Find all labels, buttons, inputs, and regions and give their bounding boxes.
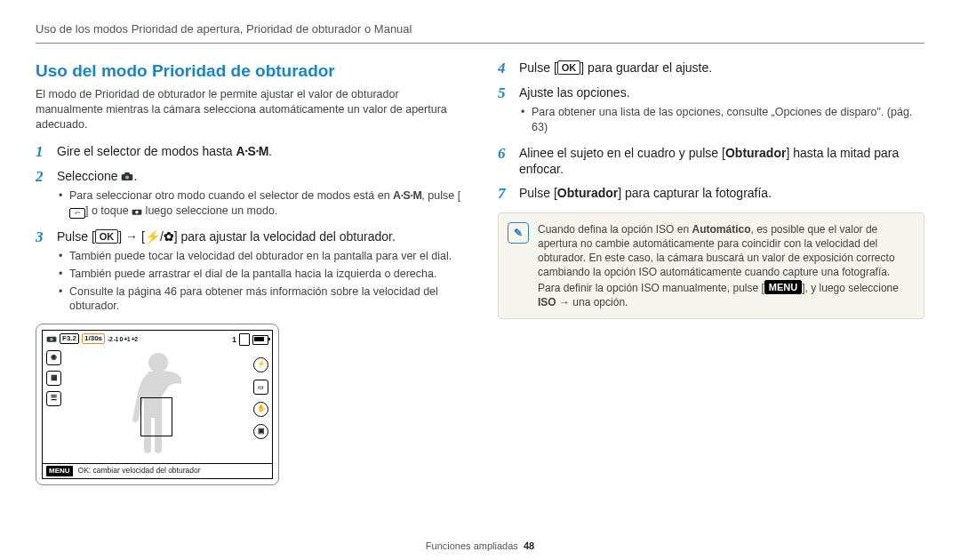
page-header: Uso de los modos Prioridad de apertura, … [36,21,924,37]
lcd-preview: F3.2 1/30s -2 -1 0 +1 +2 1 ◉ ▦ ☰ [36,324,279,485]
step-3: 3 Pulse [OK] → [⚡/✿] para ajustar la vel… [36,228,462,316]
page-footer: Funciones ampliadas 48 [0,540,960,553]
section-title: Uso del modo Prioridad de obturador [36,60,462,83]
step-number: 2 [36,168,48,221]
step-2: 2 Seleccione . Para seleccionar otro mod… [36,168,462,221]
step-3-sub: También puede tocar la velocidad del obt… [57,249,462,264]
right-column: 4 Pulse [OK] para guardar el ajuste. 5 A… [498,60,924,486]
step-2-sub: Para seleccionar otro modo cuando el sel… [57,188,462,219]
focus-frame [140,397,172,436]
asm-icon: A·S·M [236,144,268,158]
mode-icon [121,169,133,178]
intro-text: El modo de Prioridad de obturador le per… [36,87,462,132]
menu-hint: OK: cambiar velocidad del obturador [78,466,201,476]
step-5: 5 Ajuste las opciones. Para obtener una … [498,84,924,138]
step-number: 4 [498,60,510,77]
touch-mode-icon [132,204,142,213]
step-4: 4 Pulse [OK] para guardar el ajuste. [498,60,924,77]
asm-icon: A·S·M [393,189,421,202]
menu-button-icon: MENU [46,466,73,477]
step-number: 6 [498,145,510,179]
shutter-value: 1/30s [82,333,105,344]
menu-icon: MENU [764,280,802,294]
shutter-label: Obturador [557,186,618,200]
overlay-icon: ☰ [46,391,61,406]
ok-icon: OK [95,229,119,244]
drive-icon: ▣ [253,424,268,439]
note-text: Cuando defina la opción ISO en Automátic… [538,222,915,309]
flash-mode-icon: ⚡ [253,357,268,372]
ev-scale: -2 -1 0 +1 +2 [108,335,138,343]
memory-icon [239,333,250,346]
flash-icon: ⚡ [145,229,160,244]
step-5-sub: Para obtener una lista de las opciones, … [519,105,924,135]
svg-point-1 [125,176,129,180]
note-box: ✎ Cuando defina la opción ISO en Automát… [498,212,924,319]
overlay-icon: ◉ [46,350,61,365]
mode-indicator-icon [46,334,57,343]
step-3-sub: Consulte la página 46 para obtener más i… [57,284,462,315]
battery-icon [252,335,268,345]
step-text: Gire el selector de modos hasta [57,144,236,158]
svg-point-6 [50,338,53,341]
aperture-value: F3.2 [60,333,79,344]
size-icon: ▭ [253,380,268,395]
back-icon: ⤺ [69,208,85,219]
timer-icon: ✿ [164,229,174,244]
shots-remaining: 1 [232,334,236,345]
step-text: Ajuste las opciones. [519,85,630,100]
svg-point-7 [148,353,168,372]
step-1: 1 Gire el selector de modos hasta A·S·M. [36,143,462,161]
overlay-icon: ▦ [46,371,61,386]
left-column: Uso del modo Prioridad de obturador El m… [36,60,462,486]
step-number: 5 [498,84,510,138]
step-number: 1 [36,143,48,161]
divider [36,43,924,44]
step-7: 7 Pulse [Obturador] para capturar la fot… [498,185,924,203]
shutter-label: Obturador [725,146,786,160]
page-number: 48 [524,540,534,551]
ok-icon: OK [557,60,581,75]
note-icon: ✎ [508,222,529,244]
hand-icon: ✋ [253,402,268,417]
step-number: 3 [36,228,48,316]
step-text: Seleccione [57,169,121,183]
svg-rect-2 [125,172,131,175]
step-number: 7 [498,185,510,203]
svg-point-4 [135,211,139,214]
step-6: 6 Alinee el sujeto en el cuadro y pulse … [498,145,924,179]
step-3-sub: También puede arrastrar el dial de la pa… [57,267,462,282]
